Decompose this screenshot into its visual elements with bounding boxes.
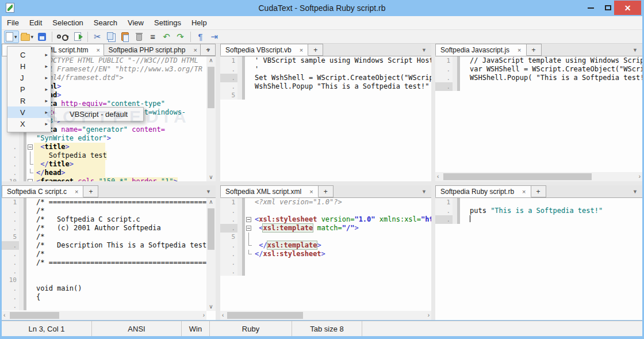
gutter-fold-column: [26, 134, 34, 143]
status-cell-2[interactable]: Win: [182, 321, 210, 336]
editor-c[interactable]: 1/* ====================================…: [2, 198, 206, 311]
show-unprinted-button[interactable]: ¶: [194, 31, 208, 43]
close-button[interactable]: ✕: [614, 1, 641, 15]
new-tab-button[interactable]: +: [83, 185, 98, 197]
fold-box-icon[interactable]: [28, 144, 33, 150]
editor-xml[interactable]: 1<?xml version="1.0"?>..<xsl:stylesheet …: [220, 198, 431, 311]
find-button[interactable]: ▾: [55, 31, 71, 43]
status-cell-1[interactable]: ANSI: [92, 321, 182, 336]
copy-button[interactable]: [105, 31, 118, 43]
lexer-menu-item-c[interactable]: C▸: [7, 49, 51, 60]
status-cell-4[interactable]: Tab size 8: [292, 321, 362, 336]
paste-button[interactable]: [118, 31, 132, 43]
save-button[interactable]: [35, 31, 49, 43]
lexer-menu-item-v[interactable]: V▸: [7, 106, 51, 118]
gutter-fold-column: [26, 177, 34, 181]
menu-item-help[interactable]: Help: [186, 16, 212, 29]
menu-item-edit[interactable]: Edit: [24, 16, 47, 29]
status-cell-0[interactable]: Ln 3, Col 1: [2, 321, 92, 336]
tab-menu-icon[interactable]: ▼: [632, 47, 638, 53]
scroll-up-icon[interactable]: ∧: [209, 198, 213, 206]
tab-tm[interactable]: Softpedia VBscript.vb×: [220, 44, 308, 56]
menu-item-selection[interactable]: Selection: [47, 16, 88, 29]
hscrollbar-xml[interactable]: ‹ ›: [220, 311, 431, 320]
menu-item-search[interactable]: Search: [89, 16, 122, 29]
tab-bl[interactable]: Softpedia C script.c×: [2, 185, 83, 197]
tab-close-icon[interactable]: ×: [309, 188, 313, 195]
editor-vbscript[interactable]: 1' VBScript sample using Windows Script …: [220, 56, 431, 181]
tab-close-icon[interactable]: ×: [97, 47, 100, 54]
gutter-bookmark-column: [19, 302, 24, 310]
goto-file-button[interactable]: [71, 31, 85, 43]
menu-item-view[interactable]: View: [122, 16, 149, 29]
gutter-bookmark-column: [19, 258, 24, 267]
new-tab-button[interactable]: +: [308, 44, 323, 56]
scroll-right-icon[interactable]: ›: [428, 311, 430, 319]
scroll-left-icon[interactable]: ‹: [3, 311, 5, 319]
vscrollbar-c[interactable]: ∧ ∨: [206, 198, 216, 311]
lexer-menu-item-j[interactable]: J▸: [7, 72, 51, 83]
undo-button[interactable]: ↶: [160, 31, 174, 43]
tab-close-icon[interactable]: ×: [300, 47, 303, 54]
code-row: "SynWrite editor">: [2, 134, 206, 143]
fold-box-icon[interactable]: [246, 226, 251, 231]
scroll-down-icon[interactable]: ∨: [209, 173, 213, 181]
minimize-button[interactable]: [582, 1, 599, 15]
vscroll-thumb[interactable]: [208, 208, 214, 250]
tab-close-icon[interactable]: ×: [75, 188, 78, 195]
lexer-menu-item-p[interactable]: P▸: [7, 83, 51, 95]
tab-close-icon[interactable]: ×: [193, 47, 197, 54]
tab-close-icon[interactable]: ×: [518, 47, 521, 54]
code-line: [252, 267, 255, 276]
tab-menu-icon[interactable]: ▼: [632, 189, 638, 195]
delete-button[interactable]: [132, 31, 146, 43]
code-line: puts "This is a Softpedia test!": [467, 207, 603, 215]
redo-button[interactable]: ↷: [174, 31, 187, 43]
editor-javascript[interactable]: 1// JavaScript template using Windows Sc…: [435, 56, 642, 172]
new-tab-button[interactable]: +: [527, 44, 542, 56]
fold-box-icon[interactable]: [28, 179, 33, 181]
hscroll-thumb[interactable]: [227, 312, 303, 319]
vscrollbar-html[interactable]: ∧ ∨: [206, 56, 216, 181]
tab-close-icon[interactable]: ×: [522, 188, 526, 195]
scroll-right-icon[interactable]: ›: [203, 311, 205, 319]
new-tab-button[interactable]: +: [319, 185, 334, 197]
tab-menu-icon[interactable]: ▼: [206, 189, 211, 195]
fold-box-icon[interactable]: [246, 217, 251, 222]
vscroll-thumb[interactable]: [208, 67, 214, 108]
scroll-down-icon[interactable]: ∨: [209, 303, 213, 311]
hscroll-thumb[interactable]: [10, 312, 59, 319]
tab-tl[interactable]: Softpedia PHP script.php×: [104, 44, 201, 56]
menu-item-settings[interactable]: Settings: [149, 16, 186, 29]
wrap-button[interactable]: ⇥: [208, 31, 221, 43]
tab-menu-icon[interactable]: ▼: [206, 47, 211, 53]
scroll-left-icon[interactable]: ‹: [222, 311, 224, 319]
scroll-right-icon[interactable]: ›: [639, 173, 641, 181]
open-file-button[interactable]: ▾: [19, 31, 36, 43]
new-tab-button[interactable]: +: [531, 185, 546, 197]
scroll-up-icon[interactable]: ∧: [209, 56, 213, 64]
new-file-button[interactable]: ▾: [4, 31, 19, 43]
lexer-menu-item-r[interactable]: R▸: [7, 95, 51, 106]
lexer-submenu-item[interactable]: VBScript - default: [54, 107, 144, 121]
hscrollbar-c[interactable]: ‹ ›: [2, 311, 206, 320]
tab-br[interactable]: Softpedia Ruby script.rb×: [435, 185, 531, 197]
copy-icon: [107, 32, 113, 40]
lexer-menu-item-x[interactable]: X▸: [7, 118, 51, 129]
lexer-menu-item-h[interactable]: H▸: [7, 60, 51, 72]
hscrollbar-javascript[interactable]: ‹ ›: [435, 172, 642, 181]
maximize-button[interactable]: [600, 1, 615, 15]
horizontal-splitter[interactable]: [2, 181, 642, 185]
scroll-left-icon[interactable]: ‹: [437, 173, 439, 181]
tab-menu-icon[interactable]: ▼: [421, 189, 427, 195]
tab-tr[interactable]: Softpedia Javascript.js×: [435, 44, 527, 56]
tab-menu-icon[interactable]: ▼: [421, 47, 427, 53]
status-cell-5[interactable]: [362, 321, 642, 336]
menu-item-file[interactable]: File: [2, 16, 24, 29]
cut-button[interactable]: ✂: [91, 31, 105, 43]
hscroll-thumb[interactable]: [443, 173, 592, 180]
editor-ruby[interactable]: 1.puts "This is a Softpedia test!".: [435, 198, 642, 320]
status-cell-3[interactable]: Ruby: [210, 321, 292, 336]
tab-bm[interactable]: Softpedia XML script.xml×: [220, 185, 319, 197]
select-all-button[interactable]: ≡: [146, 31, 160, 43]
